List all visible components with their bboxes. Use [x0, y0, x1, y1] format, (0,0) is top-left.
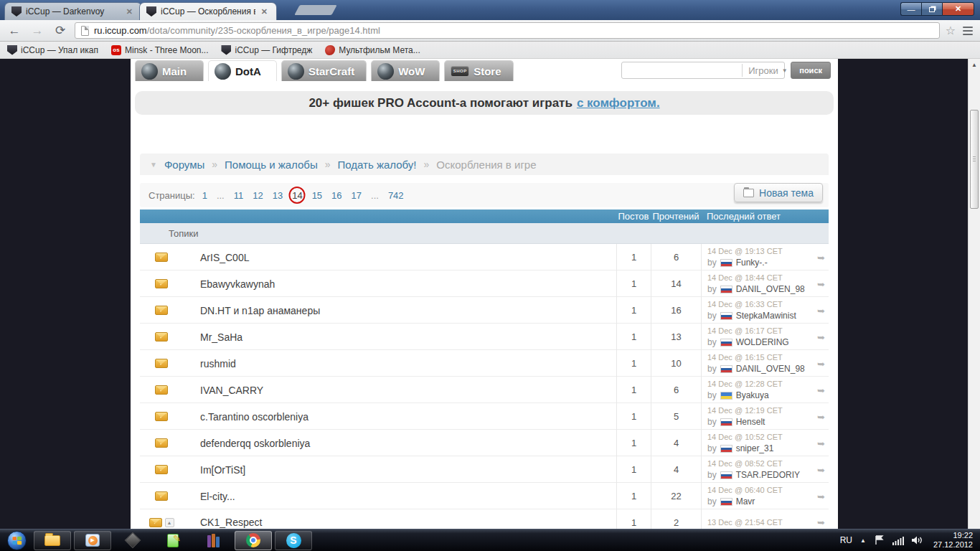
topic-title[interactable]: CK1_Respect — [183, 509, 616, 529]
topic-title[interactable]: Ebawyvkawynah — [183, 270, 616, 297]
bookmark-item[interactable]: os Minsk - Three Moon... — [111, 45, 208, 55]
last-reply-user[interactable]: DANIL_OVEN_98 — [736, 283, 805, 295]
url-bar[interactable]: ru.iccup.com/dota/community/235-оскорбле… — [75, 22, 940, 39]
scrollbar-thumb[interactable] — [970, 110, 979, 209]
taskbar-item-media-player[interactable]: ▶ — [74, 531, 111, 550]
topic-title[interactable]: IVAN_CARRY — [183, 377, 616, 403]
close-button[interactable]: ✕ — [942, 2, 974, 16]
goto-last-post-icon[interactable]: ➥ — [817, 517, 825, 528]
browser-tab[interactable]: iCCup — Оскорбления в ✕ — [139, 2, 277, 20]
banner-link[interactable]: с комфортом. — [577, 96, 660, 110]
page-link[interactable]: 15 — [312, 190, 322, 201]
by-label: by — [707, 283, 717, 295]
last-reply-user[interactable]: Byakuya — [736, 390, 769, 401]
taskbar-item-iccup-launcher[interactable] — [114, 531, 151, 550]
country-flag-icon — [720, 312, 732, 320]
topic-title[interactable]: Mr_SaHa — [183, 324, 616, 350]
page-link[interactable]: 1 — [202, 190, 207, 201]
search-input[interactable] — [622, 63, 742, 77]
last-reply-user[interactable]: DANIL_OVEN_98 — [736, 363, 805, 375]
new-topic-button[interactable]: Новая тема — [734, 183, 823, 202]
goto-last-post-icon[interactable]: ➥ — [817, 438, 825, 448]
language-indicator[interactable]: RU — [840, 535, 852, 545]
topic-title[interactable]: ArIS_C00L — [183, 244, 616, 270]
scrollbar-up-arrow-icon[interactable]: ▲ — [969, 59, 980, 70]
last-reply-user[interactable]: Funky-.- — [736, 257, 768, 268]
goto-last-post-icon[interactable]: ➥ — [817, 305, 825, 316]
topic-title[interactable]: c.Tarantino oscorbleniya — [183, 403, 616, 430]
country-flag-icon — [720, 365, 732, 373]
search-category-dropdown[interactable]: Игроки ▼ — [742, 64, 793, 77]
taskbar-item-chrome[interactable] — [235, 531, 272, 550]
volume-icon[interactable] — [912, 535, 924, 545]
last-reply-user[interactable]: StepkaMawinist — [736, 310, 796, 321]
site-nav-tab[interactable]: WoW — [371, 60, 440, 81]
last-reply-user[interactable]: WOLDERING — [736, 336, 789, 348]
new-tab-button[interactable] — [294, 5, 336, 15]
page-link[interactable]: ... — [217, 190, 225, 201]
page-link[interactable]: 14 — [292, 190, 302, 201]
collapse-triangle-icon[interactable]: ▼ — [150, 161, 157, 169]
last-reply-user[interactable]: Henselt — [736, 416, 765, 428]
last-reply-date: 14 Dec @ 16:33 CET — [707, 299, 826, 310]
browser-tab[interactable]: iCCup — Darkenvoy ✕ — [4, 2, 142, 20]
goto-last-post-icon[interactable]: ➥ — [817, 464, 825, 475]
topic-title[interactable]: DN.HT и n1ap анаманеры — [183, 297, 616, 324]
topic-posts-count: 1 — [616, 403, 651, 430]
taskbar-item-skype[interactable]: S — [275, 531, 312, 550]
goto-last-post-icon[interactable]: ➥ — [817, 278, 825, 289]
tab-close-icon[interactable]: ✕ — [125, 7, 134, 17]
table-row: ▲ c.Tarantino oscorbleniya 1 5 14 Dec @ … — [140, 403, 829, 430]
goto-last-post-icon[interactable]: ➥ — [817, 385, 825, 395]
page-link[interactable]: 11 — [234, 190, 244, 201]
search-box: Игроки ▼ — [621, 62, 785, 79]
minimize-button[interactable]: — — [900, 2, 921, 16]
tab-close-icon[interactable]: ✕ — [260, 7, 269, 17]
page-link[interactable]: 13 — [273, 190, 283, 201]
last-reply-user[interactable]: sniper_31 — [736, 443, 774, 454]
page-link[interactable]: ... — [371, 190, 379, 201]
action-center-flag-icon[interactable] — [874, 535, 885, 545]
clock[interactable]: 19:22 27.12.2012 — [933, 531, 973, 550]
topic-posts-count: 1 — [616, 324, 651, 350]
breadcrumb-item[interactable]: Помощь и жалобы — [225, 159, 318, 171]
network-signal-icon[interactable] — [892, 536, 904, 545]
breadcrumb-item[interactable]: Форумы — [164, 159, 204, 171]
forward-button[interactable]: → — [29, 23, 46, 39]
site-nav-tab[interactable]: DotA — [208, 60, 277, 81]
goto-last-post-icon[interactable]: ➥ — [817, 252, 825, 263]
page-link[interactable]: 17 — [352, 190, 362, 201]
site-nav-tab[interactable]: Main — [135, 60, 204, 81]
page-link[interactable]: 12 — [253, 190, 263, 201]
goto-last-post-icon[interactable]: ➥ — [817, 331, 825, 342]
topic-title[interactable]: El-city... — [183, 483, 616, 509]
chrome-menu-icon[interactable] — [961, 25, 974, 37]
taskbar-item-explorer[interactable] — [34, 531, 71, 550]
goto-last-post-icon[interactable]: ➥ — [817, 358, 825, 369]
bookmark-item[interactable]: iCCup — Гифтредж — [221, 45, 312, 55]
goto-last-post-icon[interactable]: ➥ — [817, 491, 825, 501]
page-link[interactable]: 16 — [331, 190, 341, 201]
bookmark-item[interactable]: Мультфильм Мета... — [325, 45, 420, 55]
goto-last-post-icon[interactable]: ➥ — [817, 411, 825, 422]
breadcrumb-item[interactable]: Подать жалобу! — [338, 159, 417, 171]
last-reply-user[interactable]: TSAR.PEDORIY — [736, 469, 800, 481]
topic-title[interactable]: defenderqq oskorbleniya — [183, 430, 616, 456]
topic-title[interactable]: Im[OrTiSt] — [183, 456, 616, 483]
back-button[interactable]: ← — [6, 23, 23, 39]
bookmark-item[interactable]: iCCup — Упал икап — [7, 45, 98, 55]
site-nav-tab[interactable]: StarCraft — [281, 60, 367, 81]
hidden-icons-chevron-icon[interactable]: ▲ — [860, 537, 866, 544]
taskbar-item-notepad-plus[interactable] — [154, 531, 192, 550]
restore-button[interactable] — [921, 2, 942, 16]
search-button[interactable]: поиск — [791, 62, 831, 79]
page-link[interactable]: 742 — [388, 190, 404, 201]
refresh-button[interactable]: ⟳ — [52, 23, 69, 39]
topic-title[interactable]: rushmid — [183, 350, 616, 377]
site-nav-tab[interactable]: SHOP Store — [444, 60, 513, 81]
start-button[interactable] — [7, 531, 27, 550]
bookmark-star-icon[interactable]: ☆ — [946, 24, 956, 37]
last-reply-user[interactable]: Mavr — [736, 496, 755, 507]
taskbar-item-winrar[interactable] — [194, 531, 232, 550]
browser-scrollbar[interactable]: ▲ — [968, 59, 980, 529]
